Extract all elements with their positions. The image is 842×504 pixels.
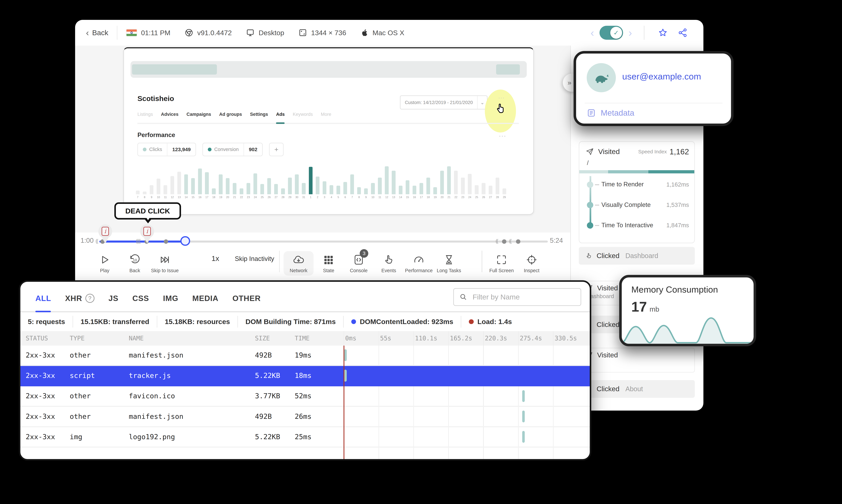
timeline-event-dot[interactable] [164, 239, 168, 244]
event-clicked-about[interactable]: ClickedAbout [579, 380, 695, 398]
chart-bar [489, 186, 492, 194]
view-controls: Full ScreenInspect [486, 251, 547, 275]
issue-marker-pin[interactable]: i [98, 224, 112, 238]
chart-bar-column: 30 [295, 161, 299, 198]
back-button[interactable]: ‹ Back [86, 28, 108, 37]
network-tab-img[interactable]: IMG [163, 294, 178, 303]
site-tab-keywords[interactable]: Keywords [293, 112, 313, 117]
chart-bar-column: 27 [274, 161, 278, 198]
site-tab-ads[interactable]: Ads [276, 112, 285, 117]
full-screen-button[interactable]: Full Screen [486, 251, 517, 275]
chart-bar-label: 1 [310, 196, 311, 199]
metric-chip-clicks[interactable]: Clicks123,949 [138, 143, 196, 156]
site-tab-advices[interactable]: Advices [161, 112, 179, 117]
site-tab-listings[interactable]: Listings [138, 112, 153, 117]
share-button[interactable] [673, 28, 693, 38]
chart-bar [496, 178, 499, 194]
network-tab-css[interactable]: CSS [132, 294, 149, 303]
chart-bar [171, 176, 174, 194]
stat-dot [469, 319, 474, 324]
events-button[interactable]: Events [374, 251, 404, 275]
topbar-divider [117, 26, 118, 40]
site-tab-campaigns[interactable]: Campaigns [186, 112, 211, 117]
session-country-time: 01:11 PM [126, 29, 171, 37]
chart-bar [454, 171, 458, 194]
table-row[interactable]: 2xx-3xxothermanifest.json492B26ms [20, 407, 590, 427]
chart-bar-label: 20 [441, 196, 444, 199]
network-tab-other[interactable]: OTHER [232, 294, 261, 303]
column-header-type[interactable]: TYPE [70, 331, 85, 346]
favorite-star-button[interactable] [653, 28, 673, 38]
play-button[interactable]: Play [90, 251, 120, 275]
chart-bar-column: 14 [399, 161, 402, 198]
network-tab-media[interactable]: MEDIA [192, 294, 218, 303]
table-row[interactable]: 2xx-3xxothermanifest.json492B19ms [20, 346, 590, 366]
skip-inactivity-button[interactable]: Skip Inactivity [233, 255, 276, 263]
event-visited-3[interactable]: Visited [579, 348, 695, 373]
column-header-status[interactable]: STATUS [25, 331, 48, 346]
autoplay-toggle[interactable]: ✓ [599, 26, 623, 40]
table-row[interactable]: 2xx-3xxotherfavicon.ico3.77KB52ms [20, 386, 590, 407]
long-tasks-button[interactable]: Long Tasks [434, 251, 464, 275]
event-label: Visited [598, 147, 638, 156]
network-button[interactable]: Network [284, 251, 314, 275]
visited-event-card[interactable]: Visited Speed Index 1,162 / Time to Rend… [579, 141, 695, 243]
site-tab-more[interactable]: More [321, 112, 331, 117]
cell-size: 5.22KB [255, 366, 280, 385]
stat-text: DOM Building Time: 871ms [246, 318, 336, 326]
table-row[interactable]: 2xx-3xximglogo192.png5.22KB25ms [20, 427, 590, 448]
chart-bar-label: 28 [281, 196, 284, 199]
console-button[interactable]: Console3 [344, 251, 374, 275]
time-column-header: 220.3s [485, 331, 507, 346]
playback-speed-button[interactable]: 1x [207, 254, 223, 263]
network-type-tabs: ALLXHR?JSCSSIMGMEDIAOTHER [35, 287, 261, 310]
topbar-divider [644, 26, 644, 40]
card-divider [585, 103, 722, 103]
chart-bar-label: 19 [434, 196, 437, 199]
fullscreen-icon [496, 254, 507, 266]
skip-to-issue-button[interactable]: Skip to Issue [150, 251, 180, 275]
back-button[interactable]: 10Back [120, 251, 150, 275]
table-row[interactable]: 2xx-3xxscripttracker.js5.22KB18ms [20, 366, 590, 386]
chart-bar [475, 185, 479, 194]
date-range-select[interactable]: Custom: 14/12/2019 - 21/01/2020 ⌄ [400, 95, 487, 109]
network-tab-js[interactable]: JS [108, 294, 119, 303]
timeline-track[interactable]: (( (((( (( (( [100, 240, 548, 243]
network-tab-xhr[interactable]: XHR? [65, 294, 94, 303]
issue-marker-pin[interactable]: i [140, 224, 154, 238]
next-session-button[interactable]: › [625, 28, 635, 38]
network-tab-all[interactable]: ALL [35, 294, 51, 303]
performance-button[interactable]: Performance [404, 251, 434, 275]
site-tab-settings[interactable]: Settings [250, 112, 268, 117]
state-button[interactable]: State [313, 251, 344, 275]
inspect-button[interactable]: Inspect [517, 251, 547, 275]
replayed-page: Scotisheio Custom: 14/12/2019 - 21/01/20… [123, 47, 534, 215]
column-header-name[interactable]: NAME [129, 331, 144, 346]
chart-bar [357, 187, 361, 194]
chart-bar [205, 172, 209, 194]
site-tab-ad-groups[interactable]: Ad groups [219, 112, 242, 117]
chart-bar [419, 183, 423, 194]
help-icon[interactable]: ? [85, 294, 94, 303]
chart-bar-label: 2 [317, 196, 318, 199]
chart-bar-column: 31 [302, 161, 305, 198]
event-clicked-dashboard[interactable]: ClickedDashboard [579, 247, 695, 265]
speed-index-value: 1,162 [669, 147, 689, 156]
timeline-playhead[interactable] [180, 236, 190, 246]
chart-bar-column: 24 [253, 161, 257, 198]
metric-chip-conversion[interactable]: Conversion902 [202, 143, 263, 156]
chart-bar [302, 183, 305, 194]
prev-session-button[interactable]: ‹ [587, 28, 597, 38]
chart-bar [502, 188, 506, 194]
section-options-dots[interactable]: ··· [499, 132, 506, 139]
add-metric-button[interactable]: + [269, 143, 284, 156]
metadata-button[interactable]: Metadata [587, 108, 634, 118]
event-label: Visited [597, 284, 618, 292]
column-header-size[interactable]: SIZE [255, 331, 270, 346]
user-identity-card[interactable]: user@example.com Metadata [574, 51, 734, 126]
column-header-time[interactable]: TIME [295, 331, 309, 346]
timeline-event-dot[interactable] [516, 239, 520, 244]
filter-input[interactable] [471, 292, 575, 302]
network-tab-label: MEDIA [192, 294, 218, 303]
timeline-event-dot[interactable] [502, 239, 506, 244]
